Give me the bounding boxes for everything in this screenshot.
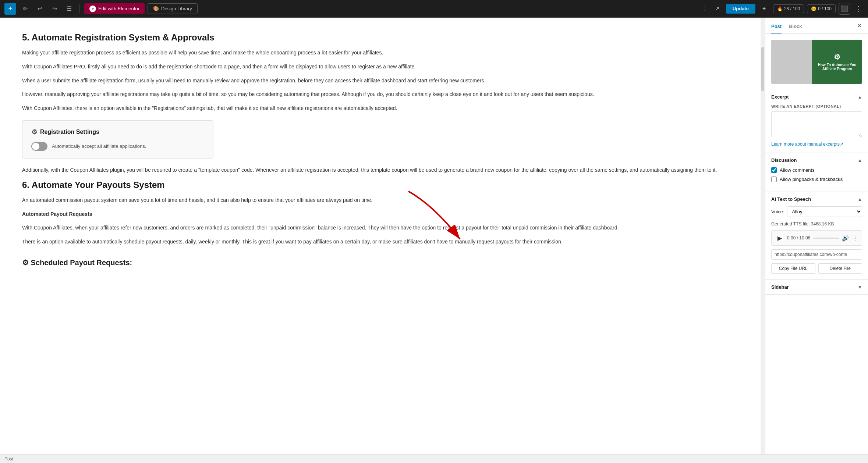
redo-button[interactable]: ↪ bbox=[49, 3, 60, 15]
featured-image[interactable]: ⚙ How To Automate You Affiliate Program bbox=[771, 40, 862, 84]
tts-audio-time: 0:00 / 10:06 bbox=[787, 235, 810, 241]
preview-icon: ↗ bbox=[715, 5, 719, 12]
smile-badge-button[interactable]: 😊 0 / 100 bbox=[807, 4, 836, 13]
excerpt-textarea[interactable] bbox=[771, 111, 862, 137]
featured-image-section: ⚙ How To Automate You Affiliate Program bbox=[765, 34, 868, 90]
main-scrollbar-thumb[interactable] bbox=[761, 47, 764, 91]
excerpt-section: Excerpt ▲ Write an Excerpt (Optional) Le… bbox=[765, 90, 868, 153]
right-sidebar: Post Block ✕ ⚙ How To Automate You Affil… bbox=[765, 18, 868, 463]
design-library-button[interactable]: 🎨 Design Library bbox=[148, 3, 198, 14]
excerpt-section-title: Excerpt bbox=[771, 94, 789, 100]
tts-play-button[interactable]: ▶ bbox=[775, 234, 784, 242]
content-p2: With Coupon Affiliates PRO, firstly all … bbox=[22, 63, 738, 71]
tab-post[interactable]: Post bbox=[771, 24, 782, 33]
screen-icon: ⛶ bbox=[699, 6, 705, 12]
tts-voice-row: Voice: Alloy Echo Fable Onyx Nova Shimme… bbox=[771, 206, 862, 217]
undo-button[interactable]: ↩ bbox=[34, 3, 46, 15]
main-layout: 5. Automate Registration System & Approv… bbox=[0, 18, 868, 463]
tts-voice-select[interactable]: Alloy Echo Fable Onyx Nova Shimmer bbox=[787, 206, 862, 217]
content-area[interactable]: 5. Automate Registration System & Approv… bbox=[0, 18, 761, 463]
section6-heading: 6. Automate Your Payouts System bbox=[22, 180, 738, 190]
sidebar-close-button[interactable]: ✕ bbox=[857, 22, 862, 33]
tts-voice-label: Voice: bbox=[771, 209, 784, 214]
tts-section-title: AI Text to Speech bbox=[771, 196, 811, 202]
content-p1: Making your affiliate registration proce… bbox=[22, 49, 738, 57]
tts-section: AI Text to Speech ▲ Voice: Alloy Echo Fa… bbox=[765, 192, 868, 280]
discussion-chevron-icon: ▲ bbox=[858, 158, 862, 163]
pencil-icon: ✏ bbox=[23, 5, 28, 12]
featured-img-text-line2: Affiliate Program bbox=[822, 67, 852, 71]
tts-audio-more-button[interactable]: ⋮ bbox=[852, 235, 858, 242]
allow-pingbacks-checkbox[interactable] bbox=[771, 177, 777, 182]
content-p8: With Coupon Affiliates, when your affili… bbox=[22, 224, 738, 232]
discussion-section-content: Allow comments Allow pingbacks & trackba… bbox=[765, 167, 868, 192]
content-p4: However, manually approving your affilia… bbox=[22, 90, 738, 99]
featured-img-gear-icon: ⚙ bbox=[834, 53, 840, 61]
tts-section-content: Voice: Alloy Echo Fable Onyx Nova Shimme… bbox=[765, 206, 868, 279]
status-bar: Post bbox=[0, 454, 868, 463]
status-bar-label: Post bbox=[4, 456, 13, 462]
featured-img-text-line1: How To Automate You bbox=[818, 63, 857, 67]
tts-audio-progress[interactable] bbox=[813, 238, 839, 239]
elementor-button-label: Edit with Elementor bbox=[98, 6, 139, 11]
update-button[interactable]: Update bbox=[726, 4, 755, 14]
toggle-row: Automatically accept all affiliate appli… bbox=[31, 142, 204, 151]
tools-button[interactable]: ✏ bbox=[19, 3, 31, 15]
excerpt-section-content: Write an Excerpt (Optional) Learn more a… bbox=[765, 104, 868, 153]
sidebar-bottom-title: Sidebar bbox=[771, 284, 789, 290]
block-toggle-button[interactable]: ⬛ bbox=[839, 3, 850, 15]
tts-audio-player: ▶ 0:00 / 10:06 🔊 ⋮ bbox=[771, 230, 862, 246]
allow-comments-row: Allow comments bbox=[771, 167, 862, 173]
sidebar-bottom-chevron-icon: ▼ bbox=[858, 285, 862, 290]
tts-action-row: Copy File URL Delete File bbox=[771, 263, 862, 274]
tab-block[interactable]: Block bbox=[789, 24, 802, 33]
design-library-label: Design Library bbox=[161, 6, 192, 11]
copy-file-url-button[interactable]: Copy File URL bbox=[771, 263, 815, 274]
toolbar-right: ⛶ ↗ Update ✦ 🔥 28 / 100 😊 0 / 100 ⬛ ⋮ bbox=[697, 3, 864, 15]
tts-url-row bbox=[771, 249, 862, 260]
content-p9: There is an option available to automati… bbox=[22, 238, 738, 246]
featured-image-right: ⚙ How To Automate You Affiliate Program bbox=[812, 40, 862, 84]
discussion-section-header[interactable]: Discussion ▲ bbox=[765, 153, 868, 167]
allow-pingbacks-label[interactable]: Allow pingbacks & trackbacks bbox=[780, 177, 843, 182]
fire-badge-button[interactable]: 🔥 28 / 100 bbox=[773, 4, 804, 13]
preview-button[interactable]: ↗ bbox=[711, 3, 723, 15]
design-library-icon: 🎨 bbox=[153, 6, 159, 11]
wand-icon: ✦ bbox=[762, 5, 766, 12]
content-p7: An automated commission payout system ca… bbox=[22, 196, 738, 205]
smile-icon: 😊 bbox=[811, 6, 816, 11]
excerpt-section-header[interactable]: Excerpt ▲ bbox=[765, 90, 868, 104]
excerpt-link[interactable]: Learn more about manual excerpts↗ bbox=[771, 142, 862, 147]
add-block-button[interactable]: + bbox=[4, 3, 16, 15]
tts-section-header[interactable]: AI Text to Speech ▲ bbox=[765, 192, 868, 206]
list-icon: ☰ bbox=[67, 5, 72, 12]
delete-file-button[interactable]: Delete File bbox=[818, 263, 862, 274]
content-p5: With Coupon Affiliates, there is an opti… bbox=[22, 104, 738, 113]
edit-with-elementor-button[interactable]: Edit with Elementor bbox=[84, 3, 145, 14]
section6b-heading: ⚙ Scheduled Payout Requests: bbox=[22, 258, 738, 267]
allow-comments-label[interactable]: Allow comments bbox=[780, 167, 815, 173]
auto-accept-toggle[interactable] bbox=[31, 142, 47, 151]
discussion-section-title: Discussion bbox=[771, 157, 797, 163]
fire-count: 28 / 100 bbox=[784, 6, 800, 11]
featured-image-left bbox=[771, 40, 812, 84]
automated-payout-title: Automated Payout Requests bbox=[22, 211, 92, 217]
allow-comments-checkbox[interactable] bbox=[771, 167, 777, 173]
section5-heading: 5. Automate Registration System & Approv… bbox=[22, 32, 738, 43]
screen-options-button[interactable]: ⛶ bbox=[697, 3, 708, 15]
tts-chevron-icon: ▲ bbox=[858, 197, 862, 202]
excerpt-chevron-icon: ▲ bbox=[858, 95, 862, 100]
ai-tools-button[interactable]: ✦ bbox=[758, 3, 770, 15]
list-view-button[interactable]: ☰ bbox=[63, 3, 75, 15]
featured-image-bg: ⚙ How To Automate You Affiliate Program bbox=[771, 40, 862, 84]
more-options-button[interactable]: ⋮ bbox=[853, 3, 864, 15]
gear-icon: ⚙ bbox=[31, 128, 37, 136]
tts-url-input[interactable] bbox=[772, 250, 862, 259]
tts-volume-icon[interactable]: 🔊 bbox=[842, 235, 849, 242]
content-p3: When a user submits the affiliate regist… bbox=[22, 76, 738, 85]
registration-settings-box: ⚙ Registration Settings Automatically ac… bbox=[22, 120, 213, 159]
main-scrollbar-track[interactable] bbox=[761, 18, 765, 463]
block-icon: ⬛ bbox=[841, 5, 848, 12]
elementor-logo bbox=[89, 6, 96, 12]
sidebar-bottom-header[interactable]: Sidebar ▼ bbox=[765, 280, 868, 294]
